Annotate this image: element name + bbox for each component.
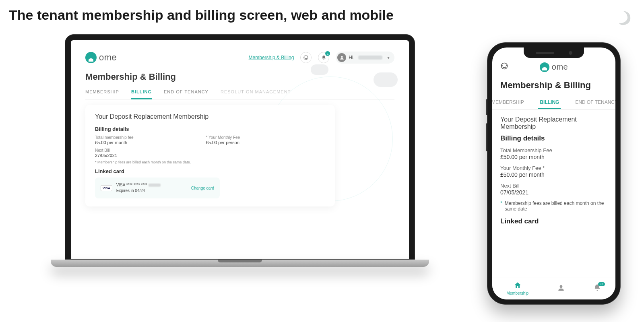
svg-point-3 [559, 285, 562, 288]
billing-note: * Membership fees are billed each month … [500, 200, 607, 212]
logo-icon [540, 62, 549, 72]
next-bill-label: Next Bill [95, 148, 325, 153]
next-bill-label: Next Bill [500, 183, 607, 189]
card-last4-redacted [149, 184, 161, 187]
tab-membership[interactable]: MEMBERSHIP [85, 85, 119, 99]
support-icon[interactable] [300, 52, 312, 63]
avatar-icon [337, 53, 346, 62]
visa-badge-icon: VISA [101, 185, 112, 191]
bell-icon: 9+ [593, 284, 601, 293]
user-menu[interactable]: Hi, ▾ [336, 52, 394, 64]
logo-text: ome [552, 62, 568, 72]
tab-membership[interactable]: MEMBERSHIP [492, 96, 526, 109]
linked-card-heading: Linked card [500, 217, 607, 225]
billing-card: Your Deposit Replacement Membership Bill… [85, 105, 335, 206]
greeting-text: Hi, [349, 55, 355, 60]
web-header: ome Membership & Billing 1 [85, 52, 394, 64]
mobile-section-title: Your Deposit Replacement Membership [500, 116, 607, 130]
total-fee-label: Total Membership Fee [500, 147, 607, 153]
next-bill-value: 27/05/2021 [95, 153, 325, 158]
mobile-header: ome [500, 62, 607, 72]
monthly-fee-label: * Your Monthly Fee [206, 135, 240, 140]
page-title: The tenant membership and billing screen… [9, 7, 394, 23]
mobile-tabs: MEMBERSHIP BILLING END OF TENANCY [492, 96, 615, 109]
notification-badge: 9+ [598, 282, 605, 286]
chevron-down-icon: ▾ [387, 55, 390, 60]
monthly-fee-label: Your Monthly Fee * [500, 165, 607, 171]
svg-point-2 [502, 63, 508, 69]
membership-billing-link[interactable]: Membership & Billing [249, 55, 294, 60]
user-name-redacted [358, 56, 382, 60]
linked-card-heading: Linked card [95, 168, 325, 174]
home-icon [514, 281, 522, 291]
card-masked-number: VISA **** **** **** [116, 183, 147, 187]
card-expiry: Expires in 04/24 [116, 188, 161, 194]
tab-end-of-tenancy[interactable]: END OF TENANCY [574, 96, 615, 109]
monthly-fee-value: £50.00 per month [500, 171, 607, 178]
nav-label: Membership [506, 291, 528, 295]
brand-logo[interactable]: ome [85, 52, 117, 63]
mobile-page-title: Membership & Billing [500, 80, 607, 91]
decorative-cloud [374, 72, 398, 87]
notifications-icon[interactable]: 1 [318, 52, 329, 63]
change-card-link[interactable]: Change card [191, 186, 214, 190]
next-bill-value: 07/05/2021 [500, 189, 607, 196]
nav-notifications[interactable]: 9+ [593, 284, 601, 293]
svg-point-0 [304, 56, 308, 60]
support-icon[interactable] [500, 62, 508, 72]
tab-end-of-tenancy[interactable]: END OF TENANCY [164, 85, 208, 99]
linked-card-box: VISA VISA **** **** **** Expires in 04/2… [95, 178, 220, 198]
billing-details-heading: Billing details [95, 126, 325, 132]
total-fee-value: £50.00 per month [500, 154, 607, 160]
nav-membership[interactable]: Membership [506, 281, 528, 295]
tab-resolution-management: RESOLUTION MANAGEMENT [221, 85, 291, 99]
brand-leaf-logo [614, 9, 633, 27]
laptop-mockup: ome Membership & Billing 1 [51, 34, 429, 308]
asterisk-icon: * [500, 200, 502, 212]
person-icon [557, 284, 565, 293]
total-fee-label: Total membership fee [95, 135, 134, 140]
total-fee-value: £5.00 per month [95, 140, 134, 145]
nav-account[interactable] [557, 284, 565, 293]
billing-details-heading: Billing details [500, 134, 607, 142]
billing-note: * Membership fees are billed each month … [95, 160, 325, 164]
decorative-cloud [311, 64, 328, 75]
mobile-bottom-nav: Membership 9+ [492, 277, 615, 299]
brand-logo[interactable]: ome [540, 62, 568, 72]
phone-mockup: ome Membership & Billing MEMBERSHIP BILL… [487, 42, 621, 305]
monthly-fee-value: £5.00 per person [206, 140, 240, 145]
svg-point-1 [341, 56, 343, 58]
card-title: Your Deposit Replacement Membership [95, 113, 325, 120]
logo-text: ome [99, 52, 117, 63]
tab-billing[interactable]: BILLING [538, 96, 561, 109]
tab-billing[interactable]: BILLING [131, 85, 152, 99]
logo-icon [85, 52, 97, 63]
notification-badge: 1 [325, 51, 330, 56]
